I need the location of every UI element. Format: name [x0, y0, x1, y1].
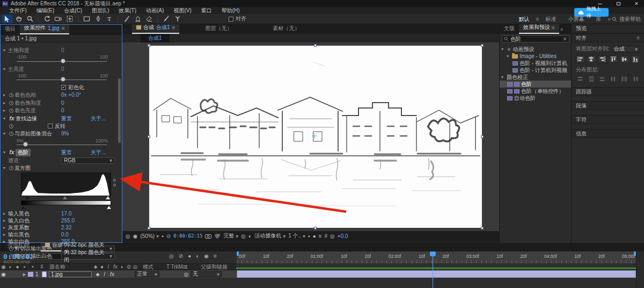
colorize-checkbox[interactable]: ✓	[61, 85, 66, 90]
stopwatch-icon[interactable]	[9, 101, 13, 105]
tree-effect-auto-levels[interactable]: 自动色阶	[500, 95, 572, 102]
region-of-interest-icon[interactable]: ◎	[241, 233, 246, 239]
parent-pickwhip-icon[interactable]: ◎	[182, 271, 191, 277]
restore-button[interactable]	[613, 1, 624, 6]
stopwatch-icon[interactable]	[9, 124, 13, 128]
expander-icon[interactable]: ▼	[1, 48, 8, 52]
zoom-dropdown[interactable]: (50%)▾	[140, 233, 159, 239]
clear-search-icon[interactable]: ✕	[563, 36, 567, 42]
camera-tool[interactable]	[53, 15, 63, 23]
playhead-line[interactable]	[433, 251, 433, 288]
shy-icon[interactable]: ●	[188, 253, 191, 259]
panel-info-header[interactable]: 信息	[572, 129, 644, 138]
guides-icon[interactable]: ▪	[162, 233, 164, 239]
histogram-option-radio[interactable]	[113, 184, 116, 186]
expander-icon[interactable]: ►	[1, 109, 8, 112]
resolution-dropdown[interactable]: 完整▾	[223, 232, 238, 240]
tree-color-correction[interactable]: ▼ 颜色校正	[500, 74, 572, 81]
stopwatch-icon[interactable]	[9, 247, 13, 251]
viewer-timecode[interactable]: 0:00:02:15	[173, 233, 202, 239]
distribute-vcenter-button[interactable]	[587, 75, 596, 83]
tree-animation-presets[interactable]: ▼∗ 动画预设	[500, 46, 572, 53]
menu-effect[interactable]: 效果(T)	[114, 7, 141, 15]
stopwatch-icon[interactable]	[9, 166, 13, 170]
layer-label-color[interactable]	[28, 272, 33, 277]
effects-search-box[interactable]: 色阶 ✕	[502, 35, 569, 42]
align-left-button[interactable]	[576, 55, 585, 63]
output-black-slider[interactable]	[21, 206, 25, 209]
distribute-bottom-button[interactable]	[598, 75, 607, 83]
levels-histogram[interactable]	[21, 172, 111, 196]
work-area-start-handle[interactable]	[237, 251, 239, 256]
stopwatch-icon[interactable]	[9, 93, 13, 97]
hand-tool[interactable]	[13, 15, 24, 23]
zoom-tool[interactable]	[25, 15, 35, 23]
tab-footage[interactable]: 素材（无）	[268, 24, 304, 34]
layer-quality-icon[interactable]: ♣	[94, 271, 101, 277]
pen-tool[interactable]	[93, 15, 103, 23]
expander-icon[interactable]: ▼	[1, 67, 8, 71]
tree-effect-levels[interactable]: 色阶	[500, 81, 572, 88]
tab-layer[interactable]: 图层（无）	[201, 24, 236, 34]
parent-column[interactable]: 父级和链接	[195, 263, 228, 271]
prop-histogram[interactable]: ▼ 直方图	[1, 164, 115, 171]
align-right-button[interactable]	[598, 55, 607, 63]
layer-fx-icon[interactable]: fx	[108, 271, 116, 277]
reset-link[interactable]: 重置	[61, 115, 72, 123]
workspace-menu-icon[interactable]: ≡	[536, 16, 539, 22]
workspace-default[interactable]: 默认	[514, 16, 535, 23]
view-layout-dropdown[interactable]: 1 个..▾	[288, 232, 305, 240]
menu-help[interactable]: 帮助(H)	[217, 7, 245, 15]
pixel-aspect-icon[interactable]: ▪	[308, 233, 310, 239]
exposure-value[interactable]: +0.0	[338, 233, 348, 239]
reset-link[interactable]: 重置	[61, 149, 72, 156]
snapshot-icon[interactable]	[205, 234, 211, 239]
tab-left[interactable]: 文版	[500, 24, 519, 34]
trkmat-column[interactable]: T TrkMat	[164, 264, 195, 270]
fast-previews-icon[interactable]: ●	[313, 233, 316, 239]
panel-tracker-header[interactable]: 跟踪器	[572, 87, 644, 96]
clone-stamp-tool[interactable]	[133, 15, 143, 23]
stopwatch-icon[interactable]	[9, 109, 13, 113]
menu-animation[interactable]: 动画(A)	[141, 7, 169, 15]
roto-brush-tool[interactable]	[161, 15, 171, 23]
layer-row[interactable]: ◉ ► 1 1.jpg ♣ / fx 正常▾ ◎ 无▾	[0, 270, 236, 278]
overflow-icon[interactable]: »	[560, 26, 564, 34]
align-bottom-button[interactable]	[631, 55, 640, 63]
invert-checkbox[interactable]	[48, 124, 53, 128]
timeline-button-icon[interactable]: ≡	[319, 233, 322, 239]
channel-dropdown[interactable]: RGB▾	[61, 157, 115, 164]
menu-layer[interactable]: 图层(L)	[87, 7, 114, 15]
shape-tool[interactable]	[82, 15, 92, 23]
expander-icon[interactable]: ▼	[1, 117, 8, 120]
flowchart-icon[interactable]: #	[325, 233, 328, 239]
snap-toggle[interactable]: 对齐	[229, 15, 246, 23]
slider-blend[interactable]	[1, 141, 115, 147]
prop-tint-lightness[interactable]: ► 着色亮度 0	[1, 107, 115, 114]
prop-tint-hue[interactable]: ► 着色色相 0x +0.0°	[1, 91, 115, 98]
expander-icon[interactable]: ▼	[1, 150, 8, 154]
expander-icon[interactable]: ►	[1, 93, 8, 97]
breadcrumb-comp[interactable]: 合成1	[141, 34, 170, 43]
snap-checkbox[interactable]	[229, 17, 233, 21]
effect-find-edges-header[interactable]: ▼ fx 查找边缘 重置 关于...	[1, 115, 115, 122]
magnification-icon[interactable]: ◉	[133, 233, 138, 239]
graph-editor-icon[interactable]: ≡	[214, 253, 217, 259]
puppet-pin-tool[interactable]	[172, 15, 182, 23]
layer-handle[interactable]	[148, 135, 150, 138]
camera-dropdown[interactable]: 活动摄像机▾	[254, 232, 286, 240]
show-channel-icon[interactable]	[214, 233, 221, 239]
layer-expander-icon[interactable]: ►	[21, 271, 28, 277]
prop-gamma[interactable]: ►灰度系数 2.32	[1, 224, 115, 231]
motion-blur-icon[interactable]: ◉	[204, 253, 209, 259]
stopwatch-icon[interactable]	[9, 132, 13, 136]
brush-tool[interactable]	[121, 15, 131, 23]
panel-align-header[interactable]: 对齐≡	[572, 33, 644, 42]
prop-colorize[interactable]: ✓ 彩色化	[1, 84, 115, 91]
eraser-tool[interactable]	[144, 15, 154, 23]
panel-preview-header[interactable]: 预览	[572, 24, 644, 33]
menu-view[interactable]: 视图(V)	[169, 7, 196, 15]
layer-eye-icon[interactable]: ◉	[0, 271, 7, 277]
layer-quality2-icon[interactable]: /	[101, 271, 108, 277]
panel-character-header[interactable]: 字符	[572, 115, 644, 124]
